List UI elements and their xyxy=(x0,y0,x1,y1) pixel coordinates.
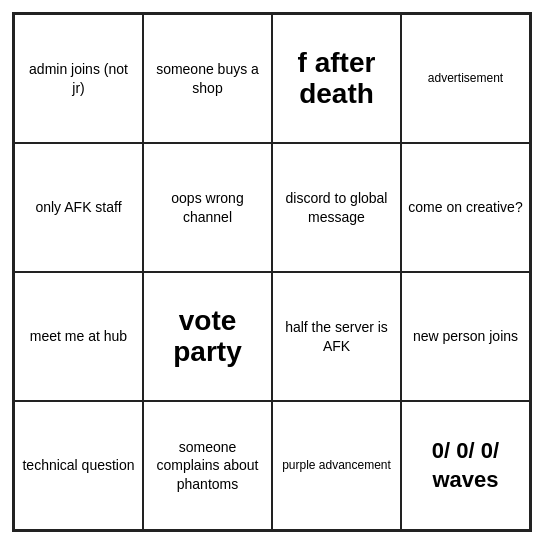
bingo-cell-r0c3: advertisement xyxy=(401,14,530,143)
bingo-cell-r1c2: discord to global message xyxy=(272,143,401,272)
bingo-cell-r0c1: someone buys a shop xyxy=(143,14,272,143)
bingo-cell-r0c0: admin joins (not jr) xyxy=(14,14,143,143)
bingo-cell-r2c0: meet me at hub xyxy=(14,272,143,401)
bingo-cell-r3c0: technical question xyxy=(14,401,143,530)
bingo-cell-r1c1: oops wrong channel xyxy=(143,143,272,272)
bingo-cell-r0c2: f after death xyxy=(272,14,401,143)
bingo-cell-r3c1: someone complains about phantoms xyxy=(143,401,272,530)
bingo-cell-r2c1: vote party xyxy=(143,272,272,401)
bingo-cell-r3c2: purple advancement xyxy=(272,401,401,530)
bingo-cell-r1c0: only AFK staff xyxy=(14,143,143,272)
bingo-cell-r3c3: 0/ 0/ 0/ waves xyxy=(401,401,530,530)
bingo-cell-r2c3: new person joins xyxy=(401,272,530,401)
bingo-board: admin joins (not jr)someone buys a shopf… xyxy=(12,12,532,532)
bingo-cell-r1c3: come on creative? xyxy=(401,143,530,272)
bingo-cell-r2c2: half the server is AFK xyxy=(272,272,401,401)
